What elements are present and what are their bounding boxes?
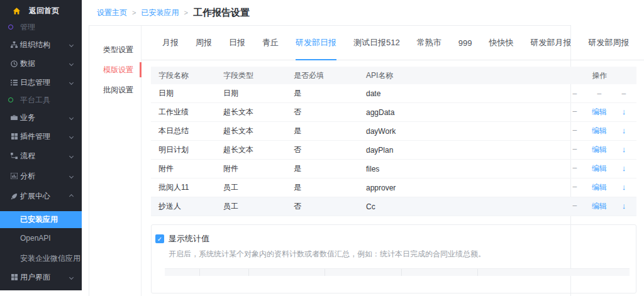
briefcase-icon xyxy=(10,114,18,121)
table-row: 日期 日期 是 date – – – xyxy=(151,84,636,103)
table-row: 工作业绩 超长文本 否 aggData – 编辑 ↓ xyxy=(151,103,636,122)
chevron-down-icon xyxy=(69,80,74,84)
main-card: 类型设置 模版设置 批阅设置 月报 周报 日报 青丘 研发部日报 测试日报512… xyxy=(89,25,571,296)
sidebar-subitem-install-wecom-app[interactable]: 安装企业微信应用 xyxy=(0,248,82,268)
move-down-icon[interactable]: ↓ xyxy=(611,145,636,155)
sidebar-item-process[interactable]: 流程 xyxy=(0,146,82,166)
sidebar-subitem-openapi[interactable]: OpenAPI xyxy=(0,228,82,248)
tab-changshu[interactable]: 常熟市 xyxy=(417,26,441,60)
list-icon xyxy=(10,79,18,85)
home-icon xyxy=(13,7,21,15)
tab-rd-monthly[interactable]: 研发部月报 xyxy=(530,26,571,60)
content-area: 月报 周报 日报 青丘 研发部日报 测试日报512 常熟市 999 快快快 研发… xyxy=(142,26,644,296)
platform-ring-icon xyxy=(6,97,14,102)
chart-icon xyxy=(10,173,18,179)
edit-link[interactable]: 编辑 xyxy=(587,126,611,136)
stats-description: 开启后，系统统计某个对象内的资料计数或者数值汇总，例如：统计本日完成的合同业绩总… xyxy=(169,249,630,260)
chevron-down-icon xyxy=(69,173,74,178)
org-structure-icon xyxy=(10,41,18,48)
page-title: 工作报告设置 xyxy=(193,7,250,19)
sidebar-section-platform-tools: 平台工具 xyxy=(0,92,82,108)
table-row: 本日总结 超长文本 是 dayWork – 编辑 ↓ xyxy=(151,122,636,141)
tab-weekly[interactable]: 周报 xyxy=(196,26,212,60)
table-header: 字段名称 字段类型 是否必填 API名称 操作 xyxy=(151,67,636,84)
table-row: 批阅人11 员工 是 approver – 编辑 ↓ xyxy=(151,178,636,197)
tab-rd-weekly[interactable]: 研发部周报 xyxy=(588,26,629,60)
move-down-icon[interactable]: ↓ xyxy=(611,126,636,136)
show-stats-label: 显示统计值 xyxy=(169,233,209,244)
menu-item-review-settings[interactable]: 批阅设置 xyxy=(89,80,141,100)
tab-test-daily-512[interactable]: 测试日报512 xyxy=(353,26,400,60)
op-placeholder: – xyxy=(562,107,587,118)
page: 返回首页 管理 组织结构 数据 日志管理 xyxy=(0,0,644,296)
breadcrumb-link-installed-apps[interactable]: 已安装应用 xyxy=(141,8,179,18)
op-placeholder: – xyxy=(562,126,587,136)
chevron-down-icon xyxy=(69,275,74,279)
breadcrumb-link-settings-home[interactable]: 设置主页 xyxy=(97,8,127,18)
op-placeholder: – xyxy=(562,201,587,212)
op-placeholder: – xyxy=(611,89,636,98)
tab-rd-daily[interactable]: 研发部日报 xyxy=(296,26,336,60)
edit-link[interactable]: 编辑 xyxy=(587,145,611,155)
tab-qingqiu[interactable]: 青丘 xyxy=(262,26,279,60)
breadcrumb-separator: > xyxy=(132,9,136,16)
report-type-tabs: 月报 周报 日报 青丘 研发部日报 测试日报512 常熟市 999 快快快 研发… xyxy=(142,26,644,60)
chevron-down-icon xyxy=(69,153,74,158)
edit-link[interactable]: 编辑 xyxy=(587,182,611,193)
sidebar-item-back-home[interactable]: 返回首页 xyxy=(0,3,82,19)
edit-link[interactable]: 编辑 xyxy=(587,201,611,212)
table-row: 明日计划 超长文本 否 dayPlan – 编辑 ↓ xyxy=(151,141,636,160)
sidebar-subitem-installed-apps[interactable]: 已安装应用 xyxy=(0,211,82,228)
sidebar-item-data[interactable]: 数据 xyxy=(0,54,82,73)
stats-table-header xyxy=(165,268,630,276)
sidebar-section-admin: 管理 xyxy=(0,19,82,35)
edit-link[interactable]: 编辑 xyxy=(587,163,611,174)
table-row: 抄送人 员工 否 Cc – 编辑 ↓ xyxy=(151,197,636,216)
layout-grid-icon xyxy=(10,274,18,280)
sidebar-item-extension-center[interactable]: 扩展中心 xyxy=(0,186,82,206)
chevron-up-icon xyxy=(69,194,74,198)
op-placeholder: – xyxy=(587,89,611,98)
op-placeholder: – xyxy=(562,163,587,174)
sidebar-item-user-interface[interactable]: 用户界面 xyxy=(0,268,82,286)
move-down-icon[interactable]: ↓ xyxy=(611,182,636,193)
menu-item-type-settings[interactable]: 类型设置 xyxy=(89,40,141,60)
tab-monthly[interactable]: 月报 xyxy=(162,26,179,60)
breadcrumb: 设置主页 > 已安装应用 > 工作报告设置 xyxy=(82,0,644,25)
tab-kuaikuaikuai[interactable]: 快快快 xyxy=(489,26,513,60)
fields-table: 字段名称 字段类型 是否必填 API名称 操作 日期 日期 是 date – –… xyxy=(151,67,636,216)
sidebar-item-plugin-management[interactable]: 插件管理 xyxy=(0,127,82,146)
chevron-down-icon xyxy=(69,115,74,119)
op-placeholder: – xyxy=(562,89,587,98)
show-stats-checkbox[interactable]: ✓ xyxy=(155,234,164,243)
clock-icon xyxy=(10,60,18,67)
stats-panel: ✓ 显示统计值 开启后，系统统计某个对象内的资料计数或者数值汇总，例如：统计本日… xyxy=(151,224,636,293)
move-down-icon[interactable]: ↓ xyxy=(611,201,636,212)
op-placeholder: – xyxy=(562,145,587,155)
sidebar: 返回首页 管理 组织结构 数据 日志管理 xyxy=(0,0,82,290)
sidebar-item-business[interactable]: 业务 xyxy=(0,108,82,127)
plugin-grid-icon xyxy=(10,133,18,140)
tab-daily[interactable]: 日报 xyxy=(229,26,245,60)
tab-999[interactable]: 999 xyxy=(458,26,472,60)
move-down-icon[interactable]: ↓ xyxy=(611,163,636,174)
chevron-down-icon xyxy=(69,134,74,138)
menu-item-template-settings[interactable]: 模版设置 xyxy=(89,60,141,80)
flow-icon xyxy=(10,153,18,159)
sidebar-item-analysis[interactable]: 分析 xyxy=(0,166,82,186)
move-down-icon[interactable]: ↓ xyxy=(611,107,636,118)
chevron-down-icon xyxy=(69,42,74,47)
table-row: 附件 附件 是 files – 编辑 ↓ xyxy=(151,160,636,178)
admin-ring-icon xyxy=(6,25,14,30)
op-placeholder: – xyxy=(562,182,587,193)
breadcrumb-separator: > xyxy=(184,9,187,16)
rocket-icon xyxy=(10,193,18,200)
sidebar-item-log-management[interactable]: 日志管理 xyxy=(0,73,82,92)
settings-side-menu: 类型设置 模版设置 批阅设置 xyxy=(89,26,142,296)
chevron-down-icon xyxy=(69,61,74,65)
sidebar-item-org-structure[interactable]: 组织结构 xyxy=(0,35,82,54)
edit-link[interactable]: 编辑 xyxy=(587,107,611,118)
